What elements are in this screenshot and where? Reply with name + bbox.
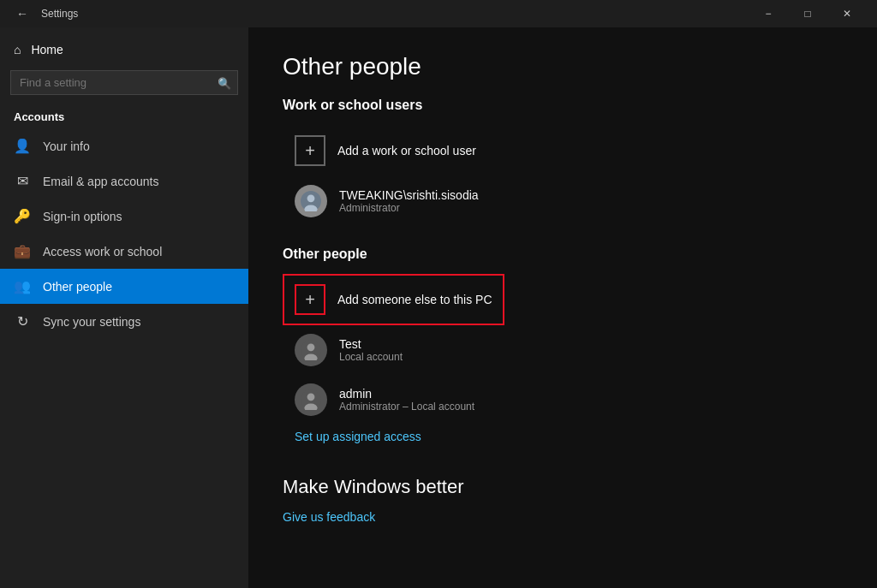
sidebar-item-access-work[interactable]: 💼 Access work or school bbox=[0, 234, 248, 269]
search-input[interactable] bbox=[10, 70, 238, 95]
test-account-info: Test Local account bbox=[339, 337, 403, 363]
mail-icon: ✉ bbox=[14, 173, 31, 189]
maximize-button[interactable]: □ bbox=[788, 0, 827, 27]
svg-point-7 bbox=[307, 393, 315, 401]
home-icon: ⌂ bbox=[14, 43, 21, 56]
test-sub: Local account bbox=[339, 351, 403, 363]
sidebar-item-other-people[interactable]: 👥 Other people bbox=[0, 269, 248, 304]
back-button[interactable]: ← bbox=[10, 2, 34, 26]
add-someone-label: Add someone else to this PC bbox=[337, 293, 492, 306]
test-avatar bbox=[295, 334, 327, 366]
add-someone-icon: + bbox=[295, 284, 325, 315]
admin-sub: Administrator – Local account bbox=[339, 401, 474, 413]
sidebar-item-signin[interactable]: 🔑 Sign-in options bbox=[0, 199, 248, 234]
sidebar-item-label: Your info bbox=[43, 140, 90, 153]
sidebar-item-label: Access work or school bbox=[43, 245, 162, 258]
sidebar-item-label: Other people bbox=[43, 280, 112, 294]
make-better-title: Make Windows better bbox=[283, 476, 843, 498]
title-bar-title: Settings bbox=[41, 8, 78, 20]
tweaking-name: TWEAKING\srishti.sisodia bbox=[339, 188, 479, 202]
sidebar-item-your-info[interactable]: 👤 Your info bbox=[0, 128, 248, 163]
sidebar: ⌂ Home 🔍 Accounts 👤 Your info ✉ Email & … bbox=[0, 27, 248, 588]
feedback-link[interactable]: Give us feedback bbox=[283, 505, 387, 529]
page-title: Other people bbox=[283, 53, 843, 80]
svg-point-4 bbox=[307, 343, 315, 351]
admin-account-row[interactable]: admin Administrator – Local account bbox=[283, 375, 843, 425]
tweaking-account-row[interactable]: TWEAKING\srishti.sisodia Administrator bbox=[283, 176, 843, 226]
sidebar-item-label: Email & app accounts bbox=[43, 175, 158, 188]
home-label: Home bbox=[31, 43, 63, 56]
admin-avatar bbox=[295, 383, 327, 416]
minimize-button[interactable]: − bbox=[749, 0, 788, 27]
briefcase-icon: 💼 bbox=[14, 243, 31, 259]
work-section-title: Work or school users bbox=[283, 98, 843, 113]
sidebar-item-sync[interactable]: ↻ Sync your settings bbox=[0, 304, 248, 339]
people-icon: 👥 bbox=[14, 278, 31, 294]
tweaking-avatar bbox=[295, 185, 327, 217]
close-button[interactable]: ✕ bbox=[827, 0, 867, 27]
tweaking-account-info: TWEAKING\srishti.sisodia Administrator bbox=[339, 188, 479, 214]
test-account-row[interactable]: Test Local account bbox=[283, 325, 843, 375]
sidebar-home[interactable]: ⌂ Home bbox=[0, 34, 248, 65]
svg-point-1 bbox=[307, 194, 315, 202]
add-someone-button[interactable]: + Add someone else to this PC bbox=[283, 274, 504, 325]
search-icon: 🔍 bbox=[218, 76, 231, 89]
other-section-title: Other people bbox=[283, 246, 843, 262]
key-icon: 🔑 bbox=[14, 208, 31, 224]
add-work-label: Add a work or school user bbox=[337, 144, 476, 157]
app-body: ⌂ Home 🔍 Accounts 👤 Your info ✉ Email & … bbox=[0, 27, 877, 588]
test-name: Test bbox=[339, 337, 403, 351]
sidebar-item-email-app[interactable]: ✉ Email & app accounts bbox=[0, 163, 248, 199]
admin-name: admin bbox=[339, 387, 474, 401]
title-bar-controls: − □ ✕ bbox=[749, 0, 867, 27]
sidebar-section-title: Accounts bbox=[0, 104, 248, 128]
sync-icon: ↻ bbox=[14, 313, 31, 330]
person-icon: 👤 bbox=[14, 138, 31, 154]
sidebar-search-container: 🔍 bbox=[10, 70, 238, 95]
main-content: Other people Work or school users + Add … bbox=[248, 27, 877, 588]
sidebar-item-label: Sign-in options bbox=[43, 210, 122, 223]
admin-account-info: admin Administrator – Local account bbox=[339, 387, 474, 413]
add-work-user-button[interactable]: + Add a work or school user bbox=[283, 125, 843, 176]
title-bar: ← Settings − □ ✕ bbox=[0, 0, 877, 27]
sidebar-item-label: Sync your settings bbox=[43, 315, 140, 329]
add-work-icon: + bbox=[295, 135, 325, 166]
assigned-access-link[interactable]: Set up assigned access bbox=[283, 425, 433, 448]
tweaking-sub: Administrator bbox=[339, 202, 479, 214]
